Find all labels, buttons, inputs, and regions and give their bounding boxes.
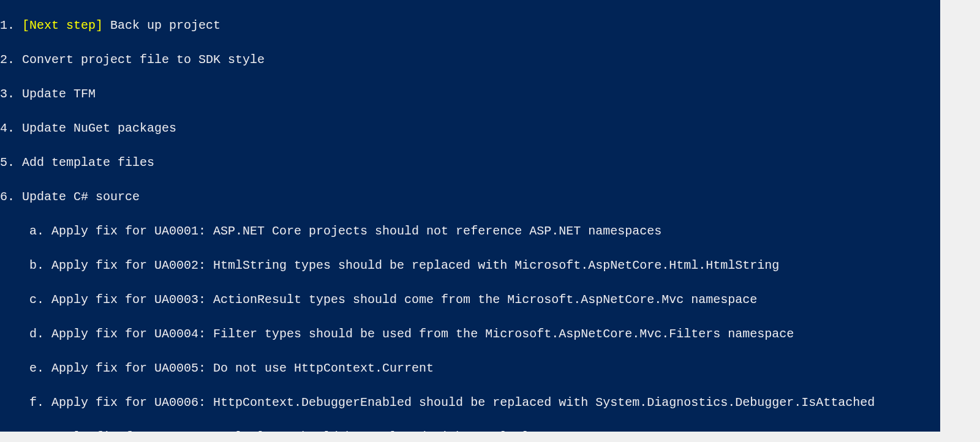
terminal-pane[interactable]: 1. [Next step] Back up project 2. Conver… bbox=[0, 0, 940, 432]
step-2: 2. Convert project file to SDK style bbox=[0, 51, 940, 69]
next-step-tag: [Next step] bbox=[22, 18, 103, 32]
step-1-number: 1. bbox=[0, 18, 22, 32]
step-4: 4. Update NuGet packages bbox=[0, 120, 940, 137]
step-6e: e. Apply fix for UA0005: Do not use Http… bbox=[0, 360, 940, 377]
step-6g: g. Apply fix for UA0007: HtmlHelper shou… bbox=[0, 429, 940, 432]
step-6f: f. Apply fix for UA0006: HttpContext.Deb… bbox=[0, 394, 940, 411]
step-5: 5. Add template files bbox=[0, 154, 940, 171]
step-1-text: Back up project bbox=[103, 18, 221, 32]
step-3: 3. Update TFM bbox=[0, 86, 940, 103]
step-6a: a. Apply fix for UA0001: ASP.NET Core pr… bbox=[0, 223, 940, 240]
step-6: 6. Update C# source bbox=[0, 189, 940, 206]
step-6b: b. Apply fix for UA0002: HtmlString type… bbox=[0, 257, 940, 274]
step-6d: d. Apply fix for UA0004: Filter types sh… bbox=[0, 326, 940, 343]
step-1: 1. [Next step] Back up project bbox=[0, 17, 940, 34]
scrollbar-track[interactable] bbox=[940, 0, 951, 432]
step-6c: c. Apply fix for UA0003: ActionResult ty… bbox=[0, 291, 940, 309]
